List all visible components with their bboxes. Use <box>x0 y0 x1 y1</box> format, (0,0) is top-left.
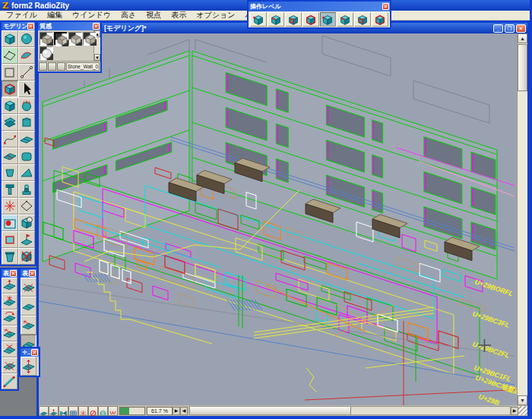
mini-palette-title: 表.. <box>3 269 10 278</box>
grid-x-tool[interactable] <box>21 278 36 297</box>
level-point-button[interactable] <box>250 12 267 27</box>
menu-item-7[interactable]: オプション <box>196 10 235 21</box>
texture-thumb-3[interactable] <box>68 32 81 45</box>
polygon-tool[interactable] <box>2 47 18 64</box>
line-tool[interactable] <box>18 64 35 81</box>
sheet-tool[interactable] <box>18 131 35 148</box>
render-tool-icon <box>2 215 17 230</box>
freeform-tool-icon <box>19 48 34 63</box>
pick-tool[interactable] <box>2 81 18 97</box>
scroll-up-button[interactable]: ▲ <box>518 33 527 43</box>
menu-item-1[interactable]: ファイル <box>6 10 37 21</box>
mesh-tool[interactable] <box>2 148 18 164</box>
solid-tool[interactable] <box>2 97 18 114</box>
perspective-button[interactable] <box>108 406 118 416</box>
scroll-down-button[interactable]: ▼ <box>518 395 527 405</box>
view-plane-tool[interactable] <box>2 357 17 373</box>
vertical-move-button[interactable] <box>49 406 59 416</box>
render-tool[interactable] <box>2 214 18 231</box>
texture-thumb-2[interactable] <box>54 32 67 45</box>
vertical-scroll-thumb[interactable] <box>518 44 527 91</box>
symmetry-button[interactable] <box>59 406 68 416</box>
close-icon[interactable]: ✕ <box>27 23 34 30</box>
frame-tool[interactable] <box>2 231 18 248</box>
level-group-button[interactable] <box>337 12 353 27</box>
menu-item-3[interactable]: ウインドウ <box>72 10 111 21</box>
menu-item-5[interactable]: 視点 <box>146 10 161 21</box>
grid-tilt-tool[interactable] <box>21 316 36 335</box>
close-icon[interactable]: ✕ <box>10 270 17 277</box>
level-segment-button[interactable] <box>268 12 284 27</box>
view-tilt-tool[interactable] <box>2 325 17 341</box>
view-cross-tool[interactable] <box>2 341 17 357</box>
wedge-tool[interactable] <box>18 164 35 181</box>
texture-scroll-down[interactable]: ▼ <box>94 54 100 61</box>
texture-preview-button[interactable] <box>39 62 47 71</box>
grid-toggle-button[interactable] <box>68 406 78 416</box>
view-move-tool[interactable] <box>2 278 17 294</box>
texture-palette: 質感 ✕ ▲▼ Stone_Wall_01.tif <box>36 21 102 73</box>
level-hole-button[interactable] <box>354 12 371 27</box>
level-object-button[interactable] <box>320 12 337 27</box>
stack-tool[interactable] <box>18 114 35 131</box>
rectangle-tool[interactable] <box>2 64 18 81</box>
grid-plane-tool[interactable] <box>21 297 36 316</box>
move-tool-palette: ✛.. ✕ <box>19 347 40 377</box>
layers-tool[interactable] <box>2 114 18 131</box>
hatch-plane-button[interactable] <box>39 406 49 416</box>
texture-grid-button[interactable] <box>57 62 65 71</box>
erase-tool[interactable] <box>18 248 35 265</box>
view-snap-tool[interactable] <box>2 294 17 309</box>
level-outline-button[interactable] <box>285 12 302 27</box>
close-icon[interactable]: ✕ <box>93 23 100 30</box>
window-border <box>0 416 532 419</box>
move-vertical-tool[interactable] <box>21 357 36 376</box>
texture-thumb-1[interactable] <box>40 32 52 45</box>
rectangle-tool-icon <box>2 65 17 80</box>
close-icon[interactable]: ✕ <box>29 270 36 277</box>
round-tool-icon <box>19 148 34 163</box>
snap-tool[interactable] <box>2 198 18 214</box>
zoom-percent-field[interactable]: 61.7 % <box>147 407 173 415</box>
deform-tool[interactable] <box>18 97 35 114</box>
freeform-tool[interactable] <box>18 47 35 64</box>
view-cut-tool[interactable] <box>2 373 17 389</box>
vertical-scrollbar[interactable]: ▲ ▼ <box>517 33 527 405</box>
horizontal-scrollbar[interactable] <box>189 406 511 415</box>
menu-item-2[interactable]: 編集 <box>47 10 62 21</box>
menu-item-4[interactable]: 高さ <box>121 10 136 21</box>
no-entry-button[interactable] <box>88 406 98 416</box>
snap-button[interactable] <box>78 406 88 416</box>
resize-grip[interactable] <box>518 406 527 415</box>
cursor-tool[interactable] <box>18 81 35 97</box>
menu-item-6[interactable]: 表示 <box>171 10 186 21</box>
level-face-button[interactable] <box>302 12 319 27</box>
close-icon[interactable]: ✕ <box>31 349 38 356</box>
spline-tool[interactable] <box>2 131 18 148</box>
flag-tool[interactable] <box>18 231 35 248</box>
texture-light-button[interactable] <box>48 62 56 71</box>
minimize-button[interactable]: _ <box>493 24 503 33</box>
view-rotate-tool[interactable] <box>2 309 17 325</box>
text-tool[interactable] <box>2 181 18 198</box>
diamond-tool[interactable] <box>18 198 35 214</box>
horizontal-scroll-thumb[interactable] <box>190 407 351 414</box>
delete-tool[interactable] <box>2 248 18 265</box>
sphere-tool[interactable] <box>18 30 35 47</box>
stamp-tool[interactable] <box>18 181 35 198</box>
round-tool[interactable] <box>18 148 35 164</box>
texture-thumb-sphere[interactable] <box>40 46 52 59</box>
zoom-out-stepper[interactable]: ◀ <box>180 407 188 415</box>
scroll-right-button[interactable]: ▶ <box>511 407 518 415</box>
query-tool[interactable]: i <box>18 214 35 231</box>
close-button[interactable]: ✕ <box>516 24 526 33</box>
cube-tool[interactable] <box>2 30 18 47</box>
texture-thumb-4[interactable] <box>83 32 96 45</box>
model-canvas[interactable]: U+29BORFL U+29BC3FL U+29BC2FL U+29BC1FL … <box>39 33 518 405</box>
close-icon[interactable]: ✕ <box>382 3 389 10</box>
maximize-button[interactable]: ❐ <box>505 24 515 33</box>
orbit-button[interactable] <box>98 406 108 416</box>
level-auto-button[interactable] <box>372 12 388 27</box>
zoom-in-stepper[interactable]: ▶ <box>173 407 180 415</box>
cup-tool[interactable] <box>2 164 18 181</box>
